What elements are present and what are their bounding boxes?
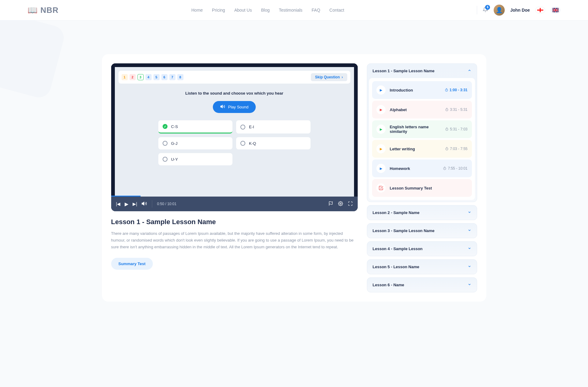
nav-link-home[interactable]: Home — [191, 8, 203, 13]
lesson-accordion-collapsed[interactable]: Lesson 2 - Sample Name — [367, 205, 477, 220]
chapter-item[interactable]: ▶Alphabet 3:31 - 5:31 — [372, 101, 472, 118]
answer-option[interactable]: E-I — [236, 120, 311, 133]
settings-icon[interactable] — [338, 201, 343, 207]
flag-icon[interactable] — [328, 201, 333, 207]
chapter-name: Alphabet — [390, 107, 441, 112]
answer-option[interactable]: C-S — [158, 120, 233, 133]
radio-icon — [163, 157, 168, 162]
question-number-7[interactable]: 7 — [169, 74, 175, 80]
answer-option[interactable]: U-Y — [158, 153, 233, 165]
svg-marker-8 — [221, 105, 222, 108]
nav-link-faq[interactable]: FAQ — [312, 8, 320, 13]
lesson-title: Lesson 5 - Lesson Name — [373, 265, 419, 269]
nav-link-testimonials[interactable]: Testimonials — [279, 8, 303, 13]
chapter-time: 7:03 - 7:55 — [445, 147, 467, 151]
avatar[interactable]: 👤 — [494, 5, 505, 16]
play-icon[interactable]: ▶ — [125, 201, 128, 207]
summary-test-button[interactable]: Summary Test — [111, 258, 153, 270]
main-container: 12345678 Skip Question › Listen to the s… — [102, 54, 486, 302]
next-icon[interactable]: ▶| — [133, 201, 137, 206]
header: 📖 NBR HomePricingAbout UsBlogTestimonial… — [0, 0, 588, 21]
chapter-time: 1:00 - 3:31 — [445, 88, 468, 92]
quiz-area: 12345678 Skip Question › Listen to the s… — [111, 63, 358, 197]
accordion-header[interactable]: Lesson 1 - Sample Lesson Name — [367, 64, 477, 78]
question-numbers: 12345678 — [122, 74, 183, 80]
question-text: Listen to the sound and choose vox which… — [119, 84, 350, 101]
lesson-accordion-collapsed[interactable]: Lesson 4 - Sample Lesson — [367, 241, 477, 256]
book-icon: 📖 — [28, 6, 37, 15]
lesson-accordion-collapsed[interactable]: Lesson 6 - Name — [367, 277, 477, 292]
play-icon: ▶ — [376, 85, 386, 95]
flag-uk[interactable] — [551, 7, 560, 13]
svg-marker-9 — [142, 202, 144, 205]
answer-option[interactable]: G-J — [158, 137, 233, 149]
option-label: G-J — [171, 141, 178, 146]
chapter-name: English letters name similarity — [390, 125, 441, 134]
nav-link-pricing[interactable]: Pricing — [212, 8, 225, 13]
username: John Doe — [510, 8, 530, 13]
question-number-1[interactable]: 1 — [122, 74, 128, 80]
question-number-4[interactable]: 4 — [145, 74, 152, 80]
lesson-title: Lesson 4 - Sample Lesson — [373, 246, 423, 251]
chevron-right-icon: › — [342, 75, 343, 79]
logo[interactable]: 📖 NBR — [28, 6, 58, 15]
svg-rect-2 — [537, 10, 543, 11]
fullscreen-icon[interactable] — [348, 201, 353, 207]
control-divider — [152, 200, 152, 208]
notification-badge: 6 — [485, 5, 490, 10]
option-label: U-Y — [171, 157, 178, 162]
option-label: K-Q — [249, 141, 256, 146]
radio-icon — [163, 141, 168, 146]
nav-link-contact[interactable]: Contact — [330, 8, 344, 13]
play-sound-label: Play Sound — [228, 105, 249, 109]
chapter-item[interactable]: ▶Letter writing 7:03 - 7:55 — [372, 140, 472, 158]
play-icon: ▶ — [376, 105, 386, 114]
lesson-description: There are many variations of passages of… — [111, 230, 358, 250]
volume-icon[interactable] — [141, 201, 147, 207]
previous-icon[interactable]: |◀ — [116, 201, 121, 206]
chevron-down-icon — [468, 283, 471, 287]
lesson-accordion-expanded: Lesson 1 - Sample Lesson Name ▶Introduct… — [367, 63, 477, 202]
lesson-accordion-collapsed[interactable]: Lesson 5 - Lesson Name — [367, 259, 477, 274]
controls-right — [328, 201, 353, 207]
answer-option[interactable]: K-Q — [236, 137, 311, 149]
answer-options: C-SE-IG-JK-QU-Y — [119, 120, 350, 193]
chapter-time: 3:31 - 5:31 — [445, 107, 467, 112]
question-number-3[interactable]: 3 — [138, 74, 144, 80]
option-label: E-I — [249, 125, 254, 129]
main-nav: HomePricingAbout UsBlogTestimonialsFAQCo… — [191, 8, 344, 13]
chevron-down-icon — [468, 210, 471, 215]
chapter-name: Letter writing — [390, 147, 441, 151]
question-number-5[interactable]: 5 — [153, 74, 160, 80]
option-label: C-S — [171, 124, 178, 129]
chapter-item[interactable]: ▶English letters name similarity 5:31 - … — [372, 120, 472, 138]
header-right: 6 👤 John Doe — [477, 5, 560, 16]
speaker-icon — [220, 104, 225, 110]
lesson-summary-test-item[interactable]: Lesson Summary Test — [372, 179, 472, 197]
time-display: 0:50 / 10:01 — [157, 202, 176, 206]
test-icon — [376, 183, 386, 193]
chevron-down-icon — [468, 228, 471, 233]
question-number-8[interactable]: 8 — [177, 74, 183, 80]
question-number-6[interactable]: 6 — [161, 74, 168, 80]
lesson-title: Lesson 3 - Sample Lesson Name — [373, 228, 435, 233]
question-number-2[interactable]: 2 — [130, 74, 136, 80]
svg-rect-7 — [552, 10, 559, 10]
accordion-body: ▶Introduction 1:00 - 3:31▶Alphabet 3:31 … — [369, 78, 475, 200]
chapter-item[interactable]: ▶Introduction 1:00 - 3:31 — [372, 81, 472, 99]
play-sound-wrap: Play Sound — [119, 101, 350, 113]
chapter-time: 7:55 - 10:01 — [443, 166, 467, 171]
notifications-button[interactable]: 6 — [483, 7, 488, 14]
skip-label: Skip Question — [315, 75, 340, 79]
controls-left: |◀ ▶ ▶| — [116, 201, 147, 207]
lesson-accordion-collapsed[interactable]: Lesson 3 - Sample Lesson Name — [367, 223, 477, 238]
skip-question-button[interactable]: Skip Question › — [311, 73, 347, 81]
chapter-name: Lesson Summary Test — [390, 186, 468, 190]
chapter-item[interactable]: ▶Homework 7:55 - 10:01 — [372, 160, 472, 177]
divider — [477, 6, 477, 14]
sidebar: Lesson 1 - Sample Lesson Name ▶Introduct… — [367, 63, 477, 292]
flag-georgia[interactable] — [535, 7, 545, 13]
nav-link-blog[interactable]: Blog — [261, 8, 270, 13]
nav-link-about-us[interactable]: About Us — [234, 8, 252, 13]
play-sound-button[interactable]: Play Sound — [213, 101, 256, 113]
